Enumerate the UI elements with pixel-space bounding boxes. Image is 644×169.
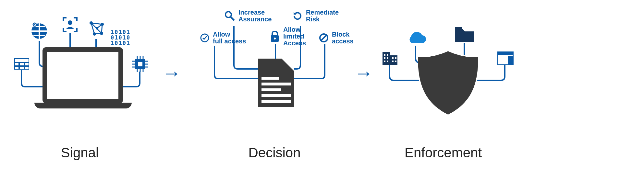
decision-label: Allow limited Access [283, 26, 306, 47]
svg-point-12 [68, 20, 72, 25]
decision-remediate-risk: Remediate Risk [292, 9, 339, 23]
browser-window-icon [497, 51, 514, 68]
folder-icon [455, 26, 475, 45]
svg-rect-54 [395, 57, 396, 59]
svg-rect-49 [384, 57, 385, 59]
decision-label: Remediate Risk [306, 9, 339, 23]
svg-rect-57 [455, 27, 462, 30]
svg-point-21 [93, 32, 96, 36]
stage-label-signal: Signal [52, 145, 107, 161]
svg-line-40 [231, 17, 234, 20]
svg-rect-47 [384, 54, 385, 56]
block-icon [319, 33, 329, 43]
svg-point-42 [274, 38, 276, 39]
svg-rect-56 [395, 61, 396, 62]
enforcement-section [380, 17, 513, 114]
svg-rect-25 [138, 62, 142, 66]
svg-rect-50 [387, 57, 388, 59]
svg-rect-52 [387, 61, 388, 62]
decision-label: Allow full access [213, 31, 246, 45]
magnifier-icon [224, 10, 235, 21]
decision-block-access: Block access [319, 31, 354, 45]
check-circle-icon [200, 33, 210, 43]
binary-data-icon: 10101 01010 10101 [111, 29, 130, 46]
svg-rect-51 [384, 61, 385, 62]
decision-label: Block access [332, 31, 354, 45]
globe-icon [30, 22, 48, 43]
flow-arrow-icon: → [162, 62, 181, 84]
svg-rect-45 [383, 52, 390, 65]
svg-rect-55 [392, 61, 394, 62]
svg-point-11 [34, 24, 35, 25]
decision-increase-assurance: Increase Assurance [224, 9, 272, 23]
shield-icon [417, 51, 479, 115]
refresh-icon [292, 11, 303, 21]
decision-label: Increase Assurance [238, 9, 272, 23]
signal-section: 10101 01010 10101 [7, 7, 150, 110]
building-icon [383, 49, 397, 68]
svg-rect-46 [390, 55, 397, 65]
stage-label-enforcement: Enforcement [393, 145, 493, 161]
diagram-container: Signal Decision Enforcement → → [0, 0, 644, 169]
svg-point-23 [96, 27, 98, 29]
stage-label-decision: Decision [240, 145, 309, 161]
svg-point-19 [90, 21, 93, 25]
svg-rect-48 [387, 54, 388, 56]
svg-rect-60 [508, 56, 513, 64]
svg-line-44 [321, 35, 326, 40]
network-graph-icon [88, 20, 105, 40]
chip-icon [132, 56, 148, 75]
decision-allow-full: Allow full access [200, 31, 246, 45]
decision-allow-limited: Allow limited Access [270, 26, 306, 47]
user-focus-icon [63, 17, 78, 35]
svg-rect-53 [392, 57, 394, 59]
lock-icon [270, 31, 280, 42]
document-icon [258, 59, 294, 107]
decision-section: Allow full access Increase Assurance All… [192, 2, 354, 115]
calendar-icon [14, 57, 29, 72]
svg-rect-0 [14, 59, 29, 70]
laptop-icon [43, 47, 132, 108]
svg-point-22 [100, 32, 103, 35]
cloud-icon [406, 31, 427, 48]
svg-point-39 [225, 12, 231, 17]
svg-rect-59 [498, 52, 513, 55]
svg-point-20 [101, 23, 104, 26]
